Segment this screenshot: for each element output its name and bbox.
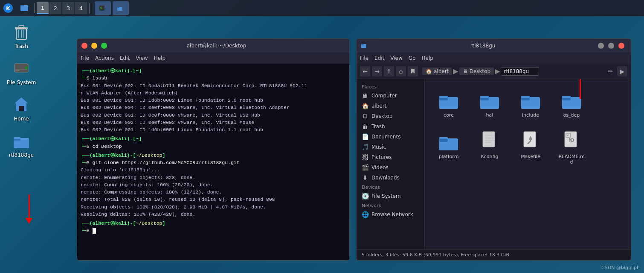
taskbar: K 1 2 3 4 >_ — [0, 0, 644, 16]
home-desktop-icon[interactable]: Home — [4, 94, 38, 122]
fm-menu-edit[interactable]: Edit — [374, 55, 384, 61]
fm-x-btn[interactable] — [618, 43, 624, 49]
fm-menu-help[interactable]: Help — [421, 55, 433, 61]
fm-back-btn[interactable]: ← — [360, 66, 370, 76]
fm-bookmarks-btn[interactable] — [408, 66, 418, 76]
kali-logo[interactable]: K — [1, 1, 15, 15]
filesystem-desktop-icon[interactable]: File System — [4, 58, 38, 85]
pictures-sidebar-icon: 🖼 — [362, 154, 368, 161]
filesystem-sidebar-icon: 💽 — [362, 193, 368, 200]
taskbar-files-icon[interactable] — [17, 1, 31, 15]
fm-menu-view[interactable]: View — [390, 55, 402, 61]
terminal-menu-edit[interactable]: Edit — [120, 55, 130, 61]
fm-home-btn[interactable]: ⌂ — [396, 66, 406, 76]
desktop-breadcrumb-icon: 🖥 — [463, 68, 468, 74]
svg-rect-23 — [14, 137, 20, 139]
fm-breadcrumb-desktop[interactable]: 🖥 Desktop — [459, 68, 494, 75]
file-item-platform[interactable]: platform — [432, 127, 466, 167]
sidebar-item-documents[interactable]: 📄 Documents — [357, 132, 424, 142]
fm-menu-go[interactable]: Go — [409, 55, 416, 61]
fm-forward-btn[interactable]: → — [372, 66, 382, 76]
file-item-include[interactable]: include — [513, 86, 548, 120]
fm-menu-file[interactable]: File — [360, 55, 368, 61]
workspace-3[interactable]: 3 — [62, 2, 74, 14]
file-name-include: include — [522, 112, 539, 118]
sidebar-item-albert[interactable]: 🏠 albert — [357, 101, 424, 111]
fm-breadcrumb: 🏠 albert ▶ 🖥 Desktop ▶ rtl8188gu — [422, 67, 601, 76]
fm-statusbar: 5 folders, 3 files: 59.6 KiB (60,991 byt… — [357, 249, 631, 260]
svg-rect-3 — [20, 5, 24, 6]
svg-rect-20 — [19, 106, 24, 111]
svg-rect-10 — [19, 26, 24, 27]
svg-rect-7 — [117, 7, 119, 8]
file-item-readme[interactable]: MD README.md — [554, 127, 589, 167]
folder-platform-icon — [438, 130, 460, 152]
albert-sidebar-icon: 🏠 — [362, 103, 368, 109]
file-name-os-dep: os_dep — [563, 112, 580, 118]
file-name-hal: hal — [486, 112, 493, 118]
sidebar-item-downloads[interactable]: ⬇ Downloads — [357, 173, 424, 183]
sidebar-item-music[interactable]: 🎵 Music — [357, 142, 424, 152]
fm-sidebar: Places 🖥 Computer 🏠 albert 🖥 Desktop 🗑 T… — [357, 79, 425, 249]
file-name-kconfig: Kconfig — [481, 154, 499, 159]
trash-icon — [11, 21, 32, 42]
fm-file-grid: core hal — [432, 86, 624, 167]
trash-desktop-icon[interactable]: Trash — [4, 21, 38, 49]
rtl8188gu-folder-label: rtl8188gu — [9, 152, 34, 158]
terminal-close-btn[interactable] — [81, 43, 87, 49]
svg-rect-41 — [483, 132, 495, 147]
fm-breadcrumb-albert[interactable]: 🏠 albert — [422, 68, 452, 75]
breadcrumb-sep2: ▶ — [495, 67, 500, 75]
terminal-taskbar-btn[interactable]: >_ — [95, 1, 111, 15]
svg-rect-31 — [480, 96, 489, 98]
fm-taskbar-btn[interactable] — [113, 1, 129, 15]
sidebar-item-browse-network[interactable]: 🌐 Browse Network — [357, 209, 424, 220]
filemanager-window: rtl8188gu File Edit View Go Help ← → ↑ ⌂… — [356, 38, 631, 261]
folder-hal-icon — [479, 88, 501, 111]
svg-rect-37 — [562, 96, 571, 98]
sidebar-item-filesystem[interactable]: 💽 File System — [357, 191, 424, 201]
terminal-menu-actions[interactable]: Actions — [95, 55, 114, 61]
file-item-kconfig[interactable]: Kconfig — [473, 127, 507, 167]
fm-up-btn[interactable]: ↑ — [384, 66, 394, 76]
sidebar-item-pictures[interactable]: 🖼 Pictures — [357, 152, 424, 162]
svg-marker-18 — [15, 97, 28, 103]
terminal-max-btn[interactable] — [101, 43, 107, 49]
arrow-annotation — [26, 194, 32, 224]
terminal-min-btn[interactable] — [91, 43, 97, 49]
fm-toolbar: ← → ↑ ⌂ 🏠 albert ▶ 🖥 Desktop ▶ rtl8188gu… — [357, 64, 631, 79]
sidebar-item-trash[interactable]: 🗑 Trash — [357, 121, 424, 132]
terminal-menu-help[interactable]: Help — [154, 55, 165, 61]
fm-min-btn[interactable] — [608, 43, 614, 49]
documents-sidebar-icon: 📄 — [362, 133, 368, 140]
file-item-hal[interactable]: hal — [473, 86, 507, 120]
terminal-menubar: File Actions Edit View Help — [77, 53, 349, 64]
trash-label: Trash — [15, 43, 28, 49]
sidebar-item-videos[interactable]: 🎬 Videos — [357, 162, 424, 173]
home-label: Home — [14, 116, 29, 122]
watermark: CSDN @bigpliph — [601, 265, 640, 270]
fm-address-input[interactable]: rtl8188gu — [501, 67, 539, 76]
home-icon — [11, 94, 32, 114]
file-item-os-dep[interactable]: os_dep — [554, 86, 589, 120]
sidebar-item-computer[interactable]: 🖥 Computer — [357, 91, 424, 101]
terminal-menu-view[interactable]: View — [136, 55, 148, 61]
svg-text:K: K — [6, 5, 11, 12]
workspace-4[interactable]: 4 — [75, 2, 87, 14]
rtl8188gu-desktop-icon[interactable]: rtl8188gu — [4, 130, 38, 158]
sidebar-item-desktop[interactable]: 🖥 Desktop — [357, 111, 424, 121]
fm-close-btn[interactable] — [598, 43, 604, 49]
file-item-makefile[interactable]: Makefile — [513, 127, 548, 167]
terminal-content[interactable]: ┌──(albert㉿kali)-[~] └─$ lsusb Bus 001 D… — [77, 64, 349, 260]
workspace-1[interactable]: 1 — [37, 2, 49, 14]
breadcrumb-albert-label: albert — [434, 68, 449, 74]
terminal-menu-file[interactable]: File — [81, 55, 89, 61]
workspace-2[interactable]: 2 — [49, 2, 61, 14]
fm-edit-path-btn[interactable]: ✏ — [605, 66, 615, 76]
svg-text:MD: MD — [569, 138, 574, 143]
fm-body: Places 🖥 Computer 🏠 albert 🖥 Desktop 🗑 T… — [357, 79, 631, 249]
filesystem-icon — [11, 58, 32, 78]
file-item-core[interactable]: core — [432, 86, 466, 120]
desktop-icon-area: Trash File System Home — [4, 21, 38, 158]
fm-nav-right-btn[interactable]: ▶ — [617, 66, 627, 76]
